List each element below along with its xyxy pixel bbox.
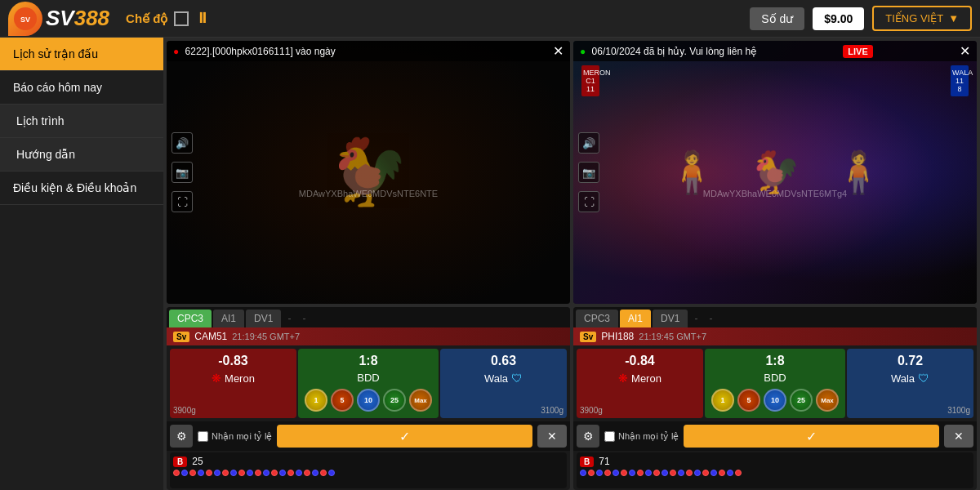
cancel-btn-2[interactable]: ✕ xyxy=(944,425,973,448)
close-video-2[interactable]: ✕ xyxy=(960,43,970,59)
dot-12 xyxy=(263,470,270,476)
dot-10 xyxy=(247,470,253,476)
fullscreen-btn-1[interactable]: ⛶ xyxy=(172,191,193,212)
tab-ai1-2[interactable]: AI1 xyxy=(620,310,651,327)
dot2-12 xyxy=(670,470,676,476)
sidebar-item-dieu-kien[interactable]: Điều kiện & Điều khoản xyxy=(0,172,163,205)
logo-icon: SV xyxy=(8,2,42,36)
meron-dot-2: ❋ xyxy=(618,372,628,385)
dot-1 xyxy=(173,470,180,476)
sidebar-item-lich-su[interactable]: Lịch sử trận đấu xyxy=(0,38,163,71)
meron-weight-1: 3900g xyxy=(173,406,196,415)
history-num-1: 25 xyxy=(192,456,203,467)
sidebar-item-huong-dan[interactable]: Hướng dẫn xyxy=(0,138,163,172)
bdd-odd-1: 1:8 xyxy=(301,354,435,368)
chip-1-2[interactable]: 1 xyxy=(711,389,734,412)
dot-14 xyxy=(279,470,286,476)
tab-dash-2b: - xyxy=(704,310,717,327)
so-du-label: Số dư xyxy=(750,7,804,30)
cam-time-2: 21:19:45 GMT+7 xyxy=(639,332,706,341)
volume-btn-2[interactable]: 🔊 xyxy=(578,132,599,154)
fullscreen-btn-2[interactable]: ⛶ xyxy=(578,191,599,212)
chips-row-2: 1 5 10 25 Max xyxy=(708,387,842,413)
wala-label-1: Wala 🛡 xyxy=(443,372,564,385)
chip-25-1[interactable]: 25 xyxy=(383,389,406,412)
bet-meron-1[interactable]: -0.83 ❋ Meron 3900g xyxy=(170,349,296,418)
chip-25-2[interactable]: 25 xyxy=(790,389,813,412)
bet-wala-2[interactable]: 0.72 Wala 🛡 3100g xyxy=(847,349,973,418)
meron-odd-2: -0.84 xyxy=(580,354,700,368)
video-panel-2: ● 06/10/2024 đã bị hủy. Vui lòng liên hệ… xyxy=(573,41,977,304)
chip-max-1[interactable]: Max xyxy=(409,389,432,412)
meron-label-2: ❋ Meron xyxy=(580,372,700,385)
sidebar-item-lich-trinh[interactable]: Lịch trình xyxy=(0,105,163,138)
camera-btn-1[interactable]: 📷 xyxy=(172,162,193,183)
volume-btn-1[interactable]: 🔊 xyxy=(172,132,193,154)
wala-odd-2: 0.72 xyxy=(850,354,970,368)
betting-panel-1: CPC3 AI1 DV1 - - Sv CAM51 21:19:45 GMT+7… xyxy=(167,307,570,490)
tab-cpc3-2[interactable]: CPC3 xyxy=(576,310,618,327)
dot-19 xyxy=(320,470,327,476)
logo: SV SV388 xyxy=(8,2,109,36)
sv-logo-1: Sv xyxy=(173,332,189,342)
checkbox-ratio-2[interactable] xyxy=(604,431,615,442)
confirm-btn-2[interactable]: ✓ xyxy=(684,425,939,448)
dot-7 xyxy=(222,470,229,476)
checkbox-label-1[interactable]: Nhận mọi tỷ lệ xyxy=(198,431,272,442)
bet-meron-2[interactable]: -0.84 ❋ Meron 3900g xyxy=(577,349,703,418)
confirm-btn-1[interactable]: ✓ xyxy=(277,425,532,448)
chip-max-2[interactable]: Max xyxy=(816,389,839,412)
dot2-9 xyxy=(645,470,652,476)
chip-10-2[interactable]: 10 xyxy=(764,389,786,412)
bet-header-1: Sv CAM51 21:19:45 GMT+7 xyxy=(167,327,570,345)
history-panel-1: B 25 xyxy=(170,452,567,488)
gear-btn-1[interactable]: ⚙ xyxy=(170,425,193,448)
wala-dot-1: 🛡 xyxy=(511,372,523,385)
cancel-btn-1[interactable]: ✕ xyxy=(537,425,567,448)
tab-dv1-2[interactable]: DV1 xyxy=(653,310,688,327)
sidebar-item-bao-cao[interactable]: Báo cáo hôm nay xyxy=(0,71,163,105)
checkbox-ratio-1[interactable] xyxy=(198,431,208,442)
meron-odd-1: -0.83 xyxy=(173,354,293,368)
dot2-2 xyxy=(588,470,595,476)
pause-icon[interactable]: ⏸ xyxy=(195,10,210,27)
history-num-2: 71 xyxy=(599,456,609,467)
main-layout: Lịch sử trận đấu Báo cáo hôm nay Lịch tr… xyxy=(0,38,980,490)
history-top-2: B 71 xyxy=(580,456,970,467)
chip-5-1[interactable]: 5 xyxy=(331,389,354,412)
dot-17 xyxy=(304,470,310,476)
close-video-1[interactable]: ✕ xyxy=(553,43,564,59)
logo-text: SV388 xyxy=(46,6,109,31)
video-bg-dark-1: 🐓 MDAwYXBhaWE0MDVsNTE6NTE xyxy=(167,41,570,304)
tab-dv1-1[interactable]: DV1 xyxy=(246,310,281,327)
dot-2 xyxy=(181,470,188,476)
chip-1-1[interactable]: 1 xyxy=(305,389,327,412)
tab-ai1-1[interactable]: AI1 xyxy=(213,310,244,327)
bet-bdd-1[interactable]: 1:8 BDD 1 5 10 25 Max xyxy=(298,349,439,418)
dot-8 xyxy=(230,470,237,476)
history-panel-2: B 71 xyxy=(577,452,973,488)
tab-cpc3-1[interactable]: CPC3 xyxy=(169,310,212,327)
checkbox-label-2[interactable]: Nhận mọi tỷ lệ xyxy=(604,431,679,442)
chip-10-1[interactable]: 10 xyxy=(357,389,380,412)
camera-btn-2[interactable]: 📷 xyxy=(578,162,599,183)
chip-5-2[interactable]: 5 xyxy=(737,389,760,412)
language-button[interactable]: TIẾNG VIỆT ▼ xyxy=(872,6,972,31)
bet-boxes-1: -0.83 ❋ Meron 3900g 1:8 BDD xyxy=(167,345,570,421)
bdd-odd-2: 1:8 xyxy=(708,354,842,368)
dot-18 xyxy=(312,470,318,476)
video-controls-1: 🔊 📷 ⛶ xyxy=(172,132,193,212)
dot2-17 xyxy=(710,470,717,476)
dot2-8 xyxy=(637,470,644,476)
dot-5 xyxy=(206,470,212,476)
che-do-box[interactable] xyxy=(174,11,189,26)
dot2-11 xyxy=(662,470,668,476)
bet-wala-1[interactable]: 0.63 Wala 🛡 3100g xyxy=(440,349,567,418)
meron-label-1: ❋ Meron xyxy=(173,372,293,385)
dot2-7 xyxy=(629,470,635,476)
gear-btn-2[interactable]: ⚙ xyxy=(577,425,599,448)
meron-weight-2: 3900g xyxy=(580,406,603,415)
wala-odd-1: 0.63 xyxy=(443,354,564,368)
bet-bdd-2[interactable]: 1:8 BDD 1 5 10 25 Max xyxy=(705,349,845,418)
dot2-18 xyxy=(719,470,725,476)
